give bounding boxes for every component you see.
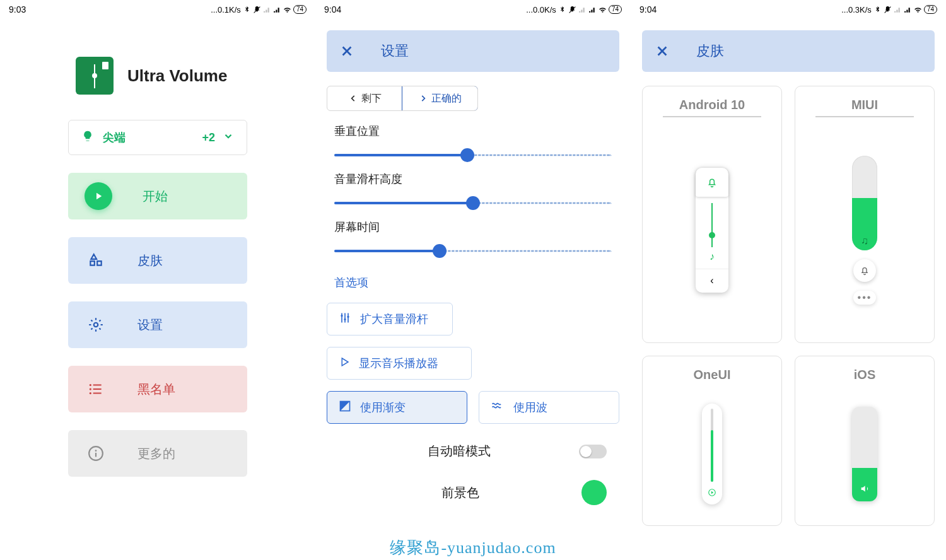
mute-icon bbox=[253, 6, 261, 14]
bluetooth-icon bbox=[243, 6, 251, 14]
close-button[interactable] bbox=[333, 37, 361, 65]
show-player-button[interactable]: 显示音乐播放器 bbox=[327, 347, 472, 380]
settings-button[interactable]: 设置 bbox=[68, 301, 247, 348]
svg-point-4 bbox=[90, 392, 91, 394]
screen-skins: 9:04 ...0.3K/s 74 皮肤 Android 10 bbox=[631, 0, 946, 560]
bluetooth-icon bbox=[873, 6, 882, 14]
chevron-right-icon bbox=[419, 94, 428, 103]
seg-right[interactable]: 正确的 bbox=[402, 86, 478, 111]
slider-label: 屏幕时间 bbox=[334, 219, 612, 235]
more-button[interactable]: 更多的 bbox=[68, 430, 247, 477]
list-icon bbox=[85, 378, 107, 400]
auto-dark-toggle[interactable] bbox=[579, 445, 607, 458]
skin-preview: ♫ ••• bbox=[803, 121, 926, 342]
chevron-left-icon: ‹ bbox=[696, 269, 728, 293]
tips-card[interactable]: 尖端 +2 bbox=[68, 120, 247, 155]
blacklist-button[interactable]: 黑名单 bbox=[68, 366, 247, 412]
watermark: 缘聚岛-yuanjudao.com bbox=[390, 537, 556, 559]
battery-indicator: 74 bbox=[609, 5, 622, 14]
svg-point-11 bbox=[347, 315, 349, 317]
status-time: 9:04 bbox=[639, 4, 657, 15]
status-bar: 9:03 ...0.1K/s 74 bbox=[0, 0, 315, 19]
skin-card-ios[interactable]: iOS bbox=[795, 356, 935, 526]
settings-title: 设置 bbox=[361, 42, 613, 61]
slider[interactable] bbox=[334, 148, 612, 163]
signal-icon bbox=[578, 6, 587, 14]
skin-name: Android 10 bbox=[663, 98, 762, 117]
screen-settings: 9:04 ...0.0K/s 74 设置 剩下 bbox=[315, 0, 631, 560]
skin-preview bbox=[803, 386, 926, 525]
play-icon bbox=[339, 356, 350, 371]
svg-point-10 bbox=[344, 318, 346, 320]
blacklist-label: 黑名单 bbox=[137, 381, 175, 398]
screen-main: 9:03 ...0.1K/s 74 Ultra Volume 尖端 bbox=[0, 0, 315, 560]
slider[interactable] bbox=[334, 195, 612, 211]
fg-color-swatch[interactable] bbox=[581, 480, 607, 505]
skin-card-miui[interactable]: MIUI ♫ ••• bbox=[795, 86, 935, 343]
status-time: 9:04 bbox=[324, 4, 341, 15]
wifi-icon bbox=[599, 6, 607, 14]
close-button[interactable] bbox=[648, 37, 676, 65]
auto-dark-row: 自动暗模式 bbox=[315, 435, 631, 471]
more-label: 更多的 bbox=[137, 445, 175, 462]
status-net: ...0.0K/s bbox=[526, 5, 556, 15]
wifi-icon bbox=[283, 6, 291, 14]
status-net: ...0.1K/s bbox=[211, 5, 241, 15]
app-icon bbox=[76, 57, 114, 95]
fg-color-label: 前景色 bbox=[339, 484, 581, 501]
skin-card-oneui[interactable]: OneUI bbox=[642, 356, 782, 526]
signal-icon bbox=[904, 6, 912, 14]
skin-button[interactable]: 皮肤 bbox=[68, 237, 247, 284]
play-icon bbox=[708, 488, 716, 499]
auto-dark-label: 自动暗模式 bbox=[339, 443, 579, 460]
mute-icon bbox=[568, 6, 576, 14]
start-button[interactable]: 开始 bbox=[68, 173, 247, 219]
skins-topbar: 皮肤 bbox=[642, 30, 935, 72]
wave-icon bbox=[491, 400, 505, 416]
play-icon bbox=[85, 182, 112, 210]
gear-icon bbox=[85, 313, 107, 336]
settings-label: 设置 bbox=[137, 317, 163, 334]
signal-icon bbox=[588, 6, 597, 14]
slider-label: 音量滑杆高度 bbox=[334, 172, 612, 187]
skin-name: OneUI bbox=[694, 368, 731, 382]
mute-icon bbox=[884, 6, 892, 14]
use-gradient-button[interactable]: 使用渐变 bbox=[327, 391, 467, 424]
more-icon: ••• bbox=[853, 291, 876, 305]
tips-badge: +2 bbox=[202, 131, 215, 144]
svg-point-2 bbox=[90, 384, 91, 386]
bell-icon bbox=[853, 259, 876, 282]
slider-label: 垂直位置 bbox=[334, 124, 612, 139]
player-label: 显示音乐播放器 bbox=[359, 356, 438, 371]
bluetooth-icon bbox=[558, 6, 566, 14]
bell-icon bbox=[696, 168, 728, 197]
battery-indicator: 74 bbox=[924, 5, 937, 14]
seg-left[interactable]: 剩下 bbox=[327, 86, 402, 110]
skin-name: MIUI bbox=[815, 98, 914, 117]
status-bar: 9:04 ...0.3K/s 74 bbox=[631, 0, 946, 19]
start-label: 开始 bbox=[143, 188, 168, 205]
signal-icon bbox=[273, 6, 281, 14]
position-segmented[interactable]: 剩下 正确的 bbox=[327, 86, 478, 111]
skin-card-android10[interactable]: Android 10 ♪ ‹ bbox=[642, 86, 782, 343]
music-note-icon: ♪ bbox=[710, 251, 715, 262]
slider-height: 音量滑杆高度 bbox=[315, 172, 631, 219]
svg-rect-7 bbox=[95, 453, 96, 457]
slider-timeout: 屏幕时间 bbox=[315, 219, 631, 267]
bulb-icon bbox=[81, 130, 94, 146]
skin-preview bbox=[650, 386, 774, 525]
music-note-icon: ♫ bbox=[852, 235, 877, 247]
status-time: 9:03 bbox=[9, 4, 26, 15]
chevron-down-icon bbox=[223, 131, 234, 145]
skins-title: 皮肤 bbox=[676, 42, 928, 61]
slider[interactable] bbox=[334, 243, 612, 259]
shapes-icon bbox=[85, 249, 107, 272]
expand-sliders-button[interactable]: 扩大音量滑杆 bbox=[327, 303, 453, 335]
use-wave-button[interactable]: 使用波 bbox=[479, 391, 619, 424]
wave-label: 使用波 bbox=[513, 400, 547, 415]
expand-label: 扩大音量滑杆 bbox=[360, 312, 428, 327]
wifi-icon bbox=[914, 6, 922, 14]
gradient-label: 使用渐变 bbox=[360, 400, 406, 415]
sliders-icon bbox=[339, 312, 351, 327]
svg-point-1 bbox=[94, 323, 98, 327]
